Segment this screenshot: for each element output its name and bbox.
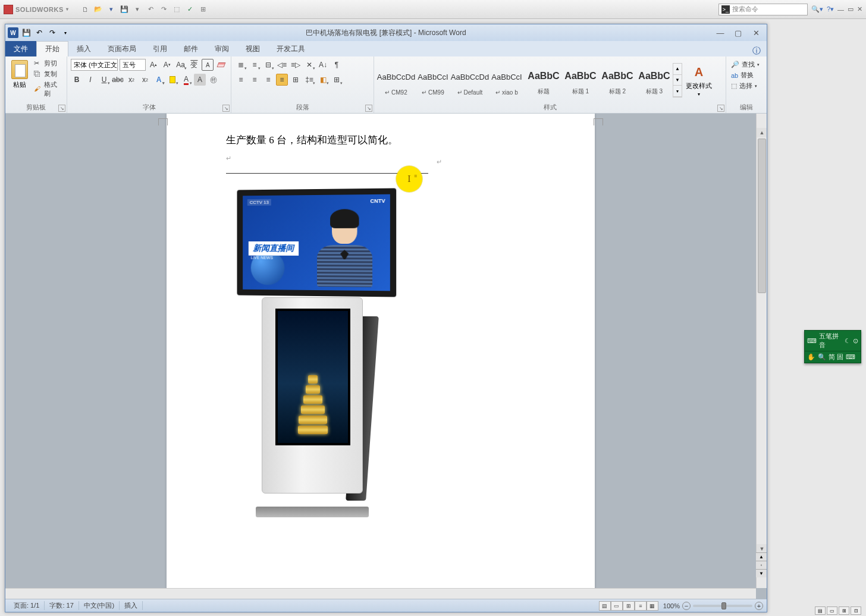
close-button[interactable]: ✕ (748, 27, 764, 38)
options-icon[interactable]: ⊞ (198, 5, 208, 14)
zoom-slider-knob[interactable] (721, 602, 726, 609)
shading-button[interactable]: ◧ (317, 74, 329, 86)
grow-font-button[interactable]: A▴ (148, 59, 159, 71)
strikethrough-button[interactable]: abc (112, 74, 124, 86)
justify-button[interactable]: ≡ (276, 74, 288, 86)
save-icon[interactable]: 💾 (120, 5, 129, 14)
tab-view[interactable]: 视图 (237, 41, 268, 56)
style-item[interactable]: AaBbC标题 2 (599, 63, 636, 98)
align-left-button[interactable]: ≡ (235, 74, 247, 86)
next-page-button[interactable]: ▼ (756, 569, 767, 577)
browse-object-button[interactable]: ◦ (756, 561, 767, 569)
align-right-button[interactable]: ≡ (262, 74, 274, 86)
asian-layout-button[interactable]: ✕ (303, 59, 315, 71)
style-item[interactable]: AaBbC标题 (525, 63, 562, 98)
zoom-out-button[interactable]: − (682, 602, 691, 610)
character-shading-button[interactable]: A (194, 74, 206, 86)
font-color-button[interactable]: A (180, 74, 192, 86)
vertical-scrollbar[interactable]: ▲ ▼ ▲ ◦ ▼ (756, 114, 767, 588)
tab-review[interactable]: 审阅 (206, 41, 237, 56)
change-case-button[interactable]: Aa (175, 59, 187, 71)
web-layout-view[interactable]: ⊞ (623, 601, 635, 611)
line-spacing-button[interactable]: ‡≡ (303, 74, 315, 86)
zoom-level[interactable]: 100% (663, 602, 680, 609)
search-icon[interactable]: 🔍▾ (811, 5, 823, 13)
status-word-count[interactable]: 字数: 17 (45, 601, 79, 610)
style-item[interactable]: AaBbCcI↵ CM99 (415, 63, 451, 98)
sort-button[interactable]: A↓ (317, 59, 329, 71)
undo-icon[interactable]: ↶ (34, 27, 45, 38)
style-gallery-arrow[interactable]: ▲ (673, 64, 682, 75)
style-item[interactable]: AaBbCcDd↵ CM92 (378, 63, 415, 98)
bullets-button[interactable]: ≣ (235, 59, 247, 71)
shrink-font-button[interactable]: A▾ (161, 59, 173, 71)
style-gallery-more[interactable]: ▾ (673, 86, 682, 97)
open-file-icon[interactable]: 📂 (93, 5, 103, 14)
styles-launcher[interactable]: ↘ (717, 105, 724, 112)
ime-toolbar[interactable]: ⌨ 五笔拼音 ☾ ⊙ ✋ 🔍 简 固 ⌨ (804, 330, 861, 363)
tab-developer[interactable]: 开发工具 (268, 41, 313, 56)
zoom-slider[interactable] (693, 605, 752, 607)
tab-home[interactable]: 开始 (36, 41, 68, 56)
status-language[interactable]: 中文(中国) (79, 601, 120, 610)
font-name-combo[interactable]: 宋体 (中文正文) (71, 59, 118, 71)
select-icon[interactable]: ⬚ (172, 5, 181, 14)
decrease-indent-button[interactable]: ◁≡ (276, 59, 288, 71)
ime-search-icon[interactable]: 🔍 (818, 353, 826, 361)
style-item[interactable]: AaBbCcDd↵ Default (451, 63, 488, 98)
clear-formatting-button[interactable] (215, 59, 227, 71)
maximize-button[interactable]: ▢ (730, 27, 746, 38)
paste-button[interactable]: 粘贴 (9, 59, 30, 102)
document-page[interactable]: 生产数量 6 台，结构和造型可以简化。 ↵ ↵ I CCTV 13 CNTV (167, 114, 595, 588)
dropdown-icon[interactable]: ▾ (66, 7, 69, 12)
style-item[interactable]: AaBbCcI↵ xiao b (488, 63, 525, 98)
subscript-button[interactable]: x2 (125, 74, 137, 86)
tab-page-layout[interactable]: 页面布局 (99, 41, 145, 56)
redo-icon[interactable]: ↷ (47, 27, 58, 38)
align-center-button[interactable]: ≡ (249, 74, 261, 86)
sw-view-1[interactable]: ▤ (815, 606, 826, 615)
select-button[interactable]: ⬚选择▾ (731, 81, 762, 90)
style-item[interactable]: AaBbC标题 1 (562, 63, 599, 98)
status-page[interactable]: 页面: 1/1 (9, 601, 45, 610)
text-effects-button[interactable]: A (153, 74, 165, 86)
file-tab[interactable]: 文件 (5, 41, 36, 56)
multilevel-list-button[interactable]: ⊟ (262, 59, 274, 71)
new-file-icon[interactable]: 🗋 (80, 5, 90, 14)
font-launcher[interactable]: ↘ (222, 105, 230, 112)
character-border-button[interactable]: A (202, 59, 214, 71)
show-marks-button[interactable]: ¶ (331, 59, 343, 71)
save-icon[interactable]: ▾ (106, 5, 116, 14)
ime-charset-label[interactable]: 简 固 (829, 353, 843, 362)
highlight-button[interactable] (167, 74, 178, 86)
tab-insert[interactable]: 插入 (68, 41, 99, 56)
ime-pin-icon[interactable]: ⊙ (853, 337, 858, 345)
style-gallery-arrow[interactable]: ▼ (673, 75, 682, 86)
minimize-button[interactable]: — (712, 27, 729, 38)
minimize-icon[interactable]: — (837, 6, 844, 13)
bold-button[interactable]: B (71, 74, 83, 86)
undo-icon[interactable]: ↶ (146, 5, 155, 14)
ribbon-minimize-icon[interactable]: ⓘ (746, 46, 767, 56)
status-insert-mode[interactable]: 插入 (120, 601, 143, 610)
cut-button[interactable]: ✂剪切 (34, 59, 63, 68)
increase-indent-button[interactable]: ≡▷ (290, 59, 302, 71)
underline-button[interactable]: U (98, 74, 110, 86)
command-search-input[interactable]: >_ 搜索命令 (718, 4, 808, 15)
document-surface[interactable]: 生产数量 6 台，结构和造型可以简化。 ↵ ↵ I CCTV 13 CNTV (5, 114, 756, 588)
scroll-thumb[interactable] (758, 139, 766, 293)
close-icon[interactable]: ✕ (857, 5, 862, 13)
tab-mailings[interactable]: 邮件 (175, 41, 206, 56)
prev-page-button[interactable]: ▲ (756, 552, 767, 561)
copy-button[interactable]: ⿻复制 (34, 70, 63, 78)
sw-view-4[interactable]: ⊡ (851, 606, 861, 615)
zoom-in-button[interactable]: + (755, 602, 763, 610)
print-icon[interactable]: ▾ (133, 5, 142, 14)
replace-button[interactable]: ab替换 (731, 71, 762, 80)
redo-icon[interactable]: ↷ (159, 5, 168, 14)
document-paragraph-1[interactable]: 生产数量 6 台，结构和造型可以简化。 (226, 131, 535, 150)
ime-keyboard-icon-2[interactable]: ⌨ (846, 353, 855, 361)
borders-button[interactable]: ⊞ (331, 74, 343, 86)
change-styles-button[interactable]: A更改样式▾ (682, 61, 716, 99)
draft-view[interactable]: ▦ (647, 601, 658, 611)
